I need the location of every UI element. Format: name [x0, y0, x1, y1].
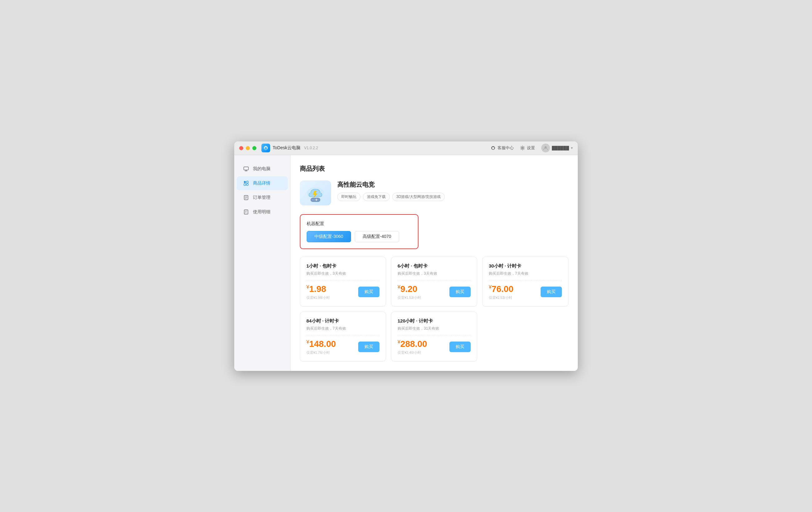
cards-grid: 1小时 · 包时卡 购买后即生效，3天有效 ¥1.98 仅需¥1.98/小时 购… — [300, 257, 569, 362]
config-btn-mid[interactable]: 中级配置-3060 — [307, 231, 351, 242]
config-btn-high[interactable]: 高级配置-4070 — [355, 231, 399, 242]
card-4-price-row: ¥288.00 仅需¥2.40/小时 购买 — [398, 339, 471, 355]
config-section: 机器配置 中级配置-3060 高级配置-4070 — [300, 214, 418, 249]
app-version: V1.0.2.2 — [304, 146, 318, 150]
card-1-subtitle: 购买后即生效，3天有效 — [398, 271, 471, 276]
user-info[interactable]: ██████ ▾ — [541, 144, 573, 152]
card-0-divider — [307, 280, 379, 280]
config-buttons: 中级配置-3060 高级配置-4070 — [307, 231, 412, 242]
card-2-title: 30小时 · 计时卡 — [489, 263, 562, 269]
card-0-price-block: ¥1.98 仅需¥1.98/小时 — [307, 284, 330, 300]
svg-point-3 — [522, 147, 523, 149]
card-4-price-block: ¥288.00 仅需¥2.40/小时 — [398, 339, 427, 355]
titlebar: ToDesk云电脑 V1.0.2.2 客服中心 设置 — [234, 142, 578, 155]
app-title: ToDesk云电脑 — [273, 145, 300, 151]
order-icon — [243, 194, 249, 201]
sidebar-label-my-computer: 我的电脑 — [253, 166, 270, 172]
card-4-currency: ¥ — [398, 339, 400, 344]
product-tags: 即时畅玩 游戏免下载 3D游戏/大型网游/竞技游戏 — [337, 192, 569, 201]
svg-rect-1 — [491, 148, 492, 149]
card-1-divider — [398, 280, 471, 280]
window-controls — [239, 146, 256, 150]
svg-rect-2 — [494, 148, 495, 149]
empty-card-slot — [482, 311, 569, 362]
svg-rect-6 — [244, 181, 246, 183]
card-2-price-block: ¥76.00 仅需¥2.53/小时 — [489, 284, 514, 300]
settings-icon — [520, 146, 525, 150]
card-2-price-row: ¥76.00 仅需¥2.53/小时 购买 — [489, 284, 562, 300]
minimize-button[interactable] — [246, 146, 250, 150]
card-3-currency: ¥ — [307, 339, 309, 344]
card-0-buy-button[interactable]: 购买 — [358, 287, 379, 297]
sidebar: 我的电脑 商品详情 — [234, 155, 290, 371]
product-info: 高性能云电竞 即时畅玩 游戏免下载 3D游戏/大型网游/竞技游戏 — [337, 180, 569, 201]
maximize-button[interactable] — [252, 146, 256, 150]
card-3-per-hour: 仅需¥1.76/小时 — [307, 350, 336, 355]
card-2-currency: ¥ — [489, 284, 492, 290]
card-4-subtitle: 购买后即生效，31天有效 — [398, 326, 471, 331]
card-1-price-block: ¥9.20 仅需¥1.53/小时 — [398, 284, 421, 300]
sidebar-item-usage-details[interactable]: 使用明细 — [237, 205, 288, 219]
product-tag-2: 3D游戏/大型网游/竞技游戏 — [392, 192, 445, 201]
content-area: 商品列表 — [290, 155, 578, 371]
card-3-price-block: ¥148.00 仅需¥1.76/小时 — [307, 339, 336, 355]
svg-point-15 — [314, 199, 315, 200]
product-card-3: 84小时 · 计时卡 购买后即生效，7天有效 ¥148.00 仅需¥1.76/小… — [300, 311, 386, 362]
config-section-title: 机器配置 — [307, 221, 412, 227]
close-button[interactable] — [239, 146, 243, 150]
sidebar-item-order-management[interactable]: 订单管理 — [237, 191, 288, 205]
customer-service-button[interactable]: 客服中心 — [491, 145, 514, 151]
card-1-title: 6小时 · 包时卡 — [398, 263, 471, 269]
card-2-subtitle: 购买后即生效，7天有效 — [489, 271, 562, 276]
sidebar-item-product-detail[interactable]: 商品详情 — [237, 176, 288, 190]
card-3-divider — [307, 335, 379, 335]
product-name: 高性能云电竞 — [337, 180, 569, 189]
product-icon — [243, 180, 249, 186]
card-1-price: ¥9.20 — [398, 284, 421, 294]
card-3-price-row: ¥148.00 仅需¥1.76/小时 购买 — [307, 339, 379, 355]
product-card-4: 120小时 · 计时卡 购买后即生效，31天有效 ¥288.00 仅需¥2.40… — [391, 311, 477, 362]
card-1-buy-button[interactable]: 购买 — [450, 287, 471, 297]
card-1-price-row: ¥9.20 仅需¥1.53/小时 购买 — [398, 284, 471, 300]
card-2-divider — [489, 280, 562, 280]
avatar — [541, 144, 550, 152]
card-3-price: ¥148.00 — [307, 339, 336, 349]
card-2-price: ¥76.00 — [489, 284, 514, 294]
app-window: ToDesk云电脑 V1.0.2.2 客服中心 设置 — [234, 142, 578, 371]
customer-service-label: 客服中心 — [497, 145, 514, 151]
card-4-price: ¥288.00 — [398, 339, 427, 349]
card-0-title: 1小时 · 包时卡 — [307, 263, 379, 269]
product-header: 高性能云电竞 即时畅玩 游戏免下载 3D游戏/大型网游/竞技游戏 — [300, 180, 569, 205]
card-1-per-hour: 仅需¥1.53/小时 — [398, 295, 421, 300]
product-tag-0: 即时畅玩 — [337, 192, 360, 201]
product-image — [300, 180, 331, 205]
card-0-price-row: ¥1.98 仅需¥1.98/小时 购买 — [307, 284, 379, 300]
card-1-currency: ¥ — [398, 284, 400, 290]
page-title: 商品列表 — [300, 164, 569, 173]
settings-label: 设置 — [527, 145, 535, 151]
card-0-subtitle: 购买后即生效，3天有效 — [307, 271, 379, 276]
svg-rect-7 — [246, 181, 248, 183]
sidebar-label-usage-details: 使用明细 — [253, 209, 270, 215]
svg-rect-9 — [246, 184, 248, 185]
product-tag-1: 游戏免下载 — [363, 192, 390, 201]
card-4-buy-button[interactable]: 购买 — [450, 341, 471, 352]
card-2-per-hour: 仅需¥2.53/小时 — [489, 295, 514, 300]
card-0-per-hour: 仅需¥1.98/小时 — [307, 295, 330, 300]
svg-point-14 — [312, 199, 313, 200]
card-3-buy-button[interactable]: 购买 — [358, 341, 379, 352]
svg-rect-5 — [244, 167, 249, 170]
settings-button[interactable]: 设置 — [520, 145, 535, 151]
sidebar-label-product-detail: 商品详情 — [253, 180, 270, 186]
app-icon — [261, 144, 270, 152]
app-logo: ToDesk云电脑 V1.0.2.2 — [261, 144, 491, 152]
card-3-subtitle: 购买后即生效，7天有效 — [307, 326, 379, 331]
product-card-0: 1小时 · 包时卡 购买后即生效，3天有效 ¥1.98 仅需¥1.98/小时 购… — [300, 257, 386, 307]
computer-icon — [243, 166, 249, 172]
headset-icon — [491, 146, 496, 150]
sidebar-item-my-computer[interactable]: 我的电脑 — [237, 162, 288, 176]
card-4-per-hour: 仅需¥2.40/小时 — [398, 350, 427, 355]
card-0-currency: ¥ — [307, 284, 309, 290]
card-4-divider — [398, 335, 471, 335]
card-2-buy-button[interactable]: 购买 — [541, 287, 562, 297]
